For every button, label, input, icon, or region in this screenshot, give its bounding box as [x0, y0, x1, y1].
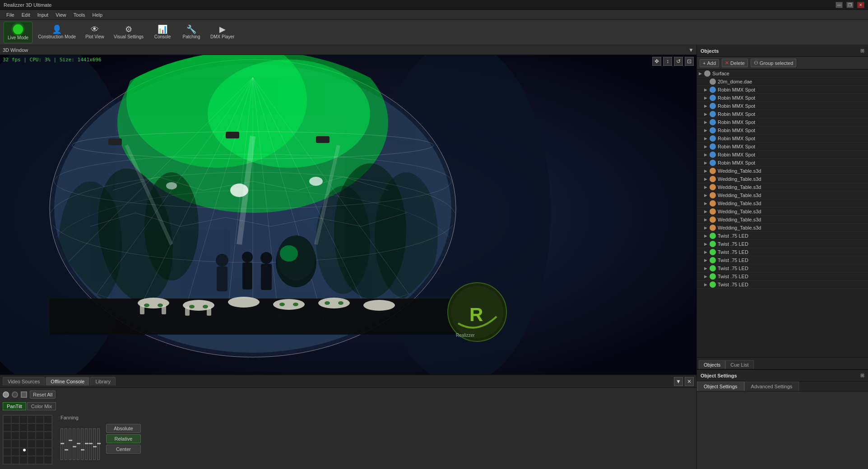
object-item-table1[interactable]: ▶Wedding_Table.s3d [697, 167, 868, 175]
bottom-collapse-button[interactable]: ▼ [674, 377, 683, 386]
pan-control-button[interactable]: ✥ [652, 57, 661, 66]
object-item-table5[interactable]: ▶Wedding_Table.s3d [697, 199, 868, 207]
collapse-icon[interactable]: ▼ [688, 47, 694, 53]
expand-arrow[interactable]: ▶ [704, 234, 710, 238]
fullscreen-button[interactable]: ⊡ [685, 57, 694, 66]
visual-settings-button[interactable]: ⚙ Visual Settings [110, 22, 147, 43]
fan-slider-6[interactable] [81, 428, 84, 460]
expand-arrow[interactable]: ▶ [704, 96, 710, 100]
patching-button[interactable]: 🔧 Patching [178, 22, 205, 43]
object-item-robin8[interactable]: ▶Robin MMX Spot [697, 143, 868, 151]
expand-arrow[interactable]: ▶ [704, 144, 710, 149]
tab-library[interactable]: Library [90, 377, 116, 386]
objects-detach-icon[interactable]: ⊞ [860, 48, 864, 54]
menu-edit[interactable]: Edit [18, 11, 34, 18]
object-item-twist7[interactable]: ▶Twist .75 LED [697, 280, 868, 289]
control-square[interactable] [21, 391, 27, 398]
tab-object-settings[interactable]: Object Settings [697, 382, 744, 391]
object-item-twist6[interactable]: ▶Twist .75 LED [697, 272, 868, 280]
center-button[interactable]: Center [106, 445, 141, 454]
object-item-robin6[interactable]: ▶Robin MMX Spot [697, 126, 868, 134]
expand-arrow[interactable]: ▶ [704, 161, 710, 165]
expand-arrow[interactable]: ▶ [704, 274, 710, 279]
expand-arrow[interactable]: ▶ [704, 217, 710, 222]
object-item-robin1[interactable]: ▶Robin MMX Spot [697, 86, 868, 94]
expand-arrow[interactable]: ▶ [704, 266, 710, 271]
menu-input[interactable]: Input [34, 11, 52, 18]
zoom-control-button[interactable]: ↕ [663, 57, 672, 66]
object-item-robin10[interactable]: ▶Robin MMX Spot [697, 159, 868, 167]
object-item-table3[interactable]: ▶Wedding_Table.s3d [697, 183, 868, 191]
pantilt-grid[interactable] [3, 415, 52, 464]
object-item-robin3[interactable]: ▶Robin MMX Spot [697, 102, 868, 110]
object-item-twist2[interactable]: ▶Twist .75 LED [697, 240, 868, 248]
fan-slider-10[interactable] [97, 428, 100, 460]
group-selected-button[interactable]: ⚇ Group selected [751, 59, 797, 67]
dmx-player-button[interactable]: ▶ DMX Player [207, 22, 238, 43]
restore-button[interactable]: ❐ [846, 2, 854, 8]
tab-objects[interactable]: Objects [699, 360, 725, 369]
object-item-table7[interactable]: ▶Wedding_Table.s3d [697, 216, 868, 224]
object-item-twist4[interactable]: ▶Twist .75 LED [697, 256, 868, 264]
expand-arrow[interactable]: ▶ [704, 104, 710, 108]
fan-slider-1[interactable] [60, 428, 63, 460]
fan-slider-9[interactable] [93, 428, 96, 460]
object-item-twist5[interactable]: ▶Twist .75 LED [697, 264, 868, 272]
object-item-twist3[interactable]: ▶Twist .75 LED [697, 248, 868, 256]
console-button[interactable]: 📊 Console [149, 22, 176, 43]
object-item-table6[interactable]: ▶Wedding_Table.s3d [697, 207, 868, 216]
object-item-robin2[interactable]: ▶Robin MMX Spot [697, 94, 868, 102]
fan-slider-8[interactable] [89, 428, 92, 460]
plot-view-button[interactable]: 👁 Plot View [81, 22, 108, 43]
absolute-button[interactable]: Absolute [106, 424, 141, 433]
expand-arrow[interactable]: ▶ [704, 225, 710, 230]
expand-arrow[interactable]: ▶ [704, 209, 710, 214]
menu-tools[interactable]: Tools [70, 11, 89, 18]
object-item-dome[interactable]: 20m_dome.dae [697, 78, 868, 86]
objects-list[interactable]: ▶Surface20m_dome.dae▶Robin MMX Spot▶Robi… [697, 69, 868, 357]
tab-offline-console[interactable]: Offline Console [46, 377, 89, 386]
tab-cue-list[interactable]: Cue List [725, 360, 753, 369]
object-item-robin5[interactable]: ▶Robin MMX Spot [697, 118, 868, 126]
fan-slider-5[interactable] [77, 428, 79, 460]
bottom-close-button[interactable]: ✕ [685, 377, 694, 386]
tab-advanced-settings[interactable]: Advanced Settings [744, 382, 799, 391]
expand-arrow[interactable]: ▶ [704, 250, 710, 254]
tab-video-sources[interactable]: Video Sources [3, 377, 45, 386]
relative-button[interactable]: Relative [106, 434, 141, 443]
expand-arrow[interactable]: ▶ [704, 128, 710, 133]
expand-arrow[interactable]: ▶ [704, 112, 710, 116]
settings-detach-icon[interactable]: ⊞ [860, 372, 864, 378]
expand-arrow[interactable]: ▶ [704, 169, 710, 173]
object-item-robin9[interactable]: ▶Robin MMX Spot [697, 151, 868, 159]
viewport-3d[interactable]: R Realizzer 32 fps | CPU: 3% | Size: 144… [0, 55, 696, 374]
expand-arrow[interactable]: ▶ [704, 282, 710, 287]
expand-arrow[interactable]: ▶ [704, 177, 710, 181]
object-item-table4[interactable]: ▶Wedding_Table.s3d [697, 191, 868, 199]
expand-arrow[interactable]: ▶ [704, 185, 710, 189]
fan-slider-3[interactable] [69, 428, 71, 460]
menu-view[interactable]: View [52, 11, 70, 18]
object-item-twist1[interactable]: ▶Twist .75 LED [697, 232, 868, 240]
reset-view-button[interactable]: ↺ [674, 57, 683, 66]
expand-arrow[interactable]: ▶ [699, 71, 704, 76]
expand-arrow[interactable]: ▶ [704, 258, 710, 262]
object-item-surface[interactable]: ▶Surface [697, 69, 868, 78]
object-item-robin4[interactable]: ▶Robin MMX Spot [697, 110, 868, 118]
expand-arrow[interactable]: ▶ [704, 193, 710, 198]
menu-help[interactable]: Help [89, 11, 107, 18]
close-button[interactable]: ✕ [857, 2, 864, 8]
control-dot-2[interactable] [12, 391, 18, 398]
add-object-button[interactable]: + Add [700, 59, 719, 67]
expand-arrow[interactable]: ▶ [704, 152, 710, 157]
expand-arrow[interactable]: ▶ [704, 136, 710, 141]
expand-arrow[interactable]: ▶ [704, 201, 710, 206]
delete-object-button[interactable]: ✕ Delete [722, 59, 748, 67]
object-item-table2[interactable]: ▶Wedding_Table.s3d [697, 175, 868, 183]
fan-slider-4[interactable] [73, 428, 75, 460]
expand-arrow[interactable]: ▶ [704, 120, 710, 124]
object-item-robin7[interactable]: ▶Robin MMX Spot [697, 134, 868, 143]
menu-file[interactable]: File [3, 11, 18, 18]
object-item-table8[interactable]: ▶Wedding_Table.s3d [697, 224, 868, 232]
tab-color-mix[interactable]: Color Mix [27, 402, 56, 410]
